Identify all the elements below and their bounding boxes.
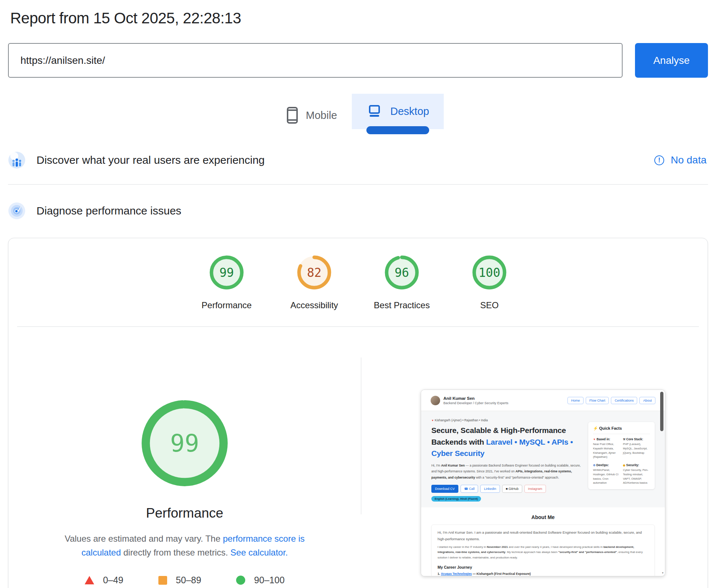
analyse-button[interactable]: Analyse bbox=[635, 43, 708, 78]
preview-intro: Hi, I'm Anil Kumar Sen — a passionate Ba… bbox=[431, 463, 582, 481]
accessibility-score: 82 bbox=[297, 255, 332, 290]
disclaimer-text-2: directly from these metrics. bbox=[121, 548, 230, 557]
preview-nav-about: About bbox=[639, 397, 655, 404]
no-data-label: No data bbox=[671, 154, 707, 166]
preview-location: ▼ Kishangarh (Ajmer) • Rajasthan • India bbox=[431, 418, 580, 422]
pin-icon: ▼ bbox=[431, 419, 434, 422]
preview-language-badge: English (Learning), Hindi (Fluent) bbox=[431, 496, 481, 502]
section-divider bbox=[8, 184, 708, 185]
legend-average: 50–89 bbox=[158, 575, 201, 585]
preview-nav-home: Home bbox=[567, 397, 584, 404]
crux-section-header: Discover what your real users are experi… bbox=[8, 151, 708, 169]
tab-mobile[interactable]: Mobile bbox=[272, 94, 351, 137]
red-triangle-marker bbox=[85, 576, 94, 584]
see-calculator-link[interactable]: See calculator. bbox=[230, 548, 288, 557]
green-circle-marker bbox=[236, 576, 245, 585]
active-tab-indicator bbox=[366, 126, 429, 134]
score-seo[interactable]: 100 SEO bbox=[455, 255, 524, 310]
preview-nav-certifications: Certifications bbox=[611, 397, 637, 404]
pin-icon: ▼ bbox=[593, 438, 596, 441]
fact-core-stack: ⚒ Core Stack: PHP (Laravel), MySQL, Java… bbox=[623, 437, 650, 459]
about-paragraph-2: I started my career in the IT industry i… bbox=[438, 545, 648, 560]
score-disclaimer: Values are estimated and may vary. The p… bbox=[44, 532, 325, 560]
preview-nav-flow-chart: Flow Chart bbox=[586, 397, 609, 404]
performance-label: Performance bbox=[201, 300, 251, 310]
accessibility-label: Accessibility bbox=[290, 300, 338, 310]
preview-linkedin-button: LinkedIn bbox=[480, 485, 500, 493]
orange-square-marker bbox=[158, 576, 167, 585]
diagnose-gauge-icon bbox=[8, 202, 26, 220]
disclaimer-text: Values are estimated and may vary. The bbox=[65, 534, 223, 543]
report-card: 99 Performance 82 Accessibility bbox=[8, 238, 708, 588]
preview-github-button: ■ GitHub bbox=[502, 485, 522, 493]
vertical-divider bbox=[361, 357, 361, 514]
lightning-icon: ⚡ bbox=[593, 426, 598, 430]
accessibility-gauge: 82 bbox=[297, 255, 332, 290]
score-best-practices[interactable]: 96 Best Practices bbox=[367, 255, 436, 310]
no-data-link[interactable]: ! No data bbox=[654, 154, 708, 166]
mobile-phone-icon bbox=[287, 107, 298, 124]
score-accessibility[interactable]: 82 Accessibility bbox=[280, 255, 349, 310]
tab-desktop-label: Desktop bbox=[390, 105, 429, 117]
best-practices-gauge: 96 bbox=[384, 255, 419, 290]
performance-gauge: 99 bbox=[209, 255, 244, 290]
best-practices-score: 96 bbox=[384, 255, 419, 290]
seo-score: 100 bbox=[472, 255, 507, 290]
big-performance-score: 99 bbox=[140, 398, 230, 488]
best-practices-label: Best Practices bbox=[374, 300, 430, 310]
score-performance[interactable]: 99 Performance bbox=[192, 255, 261, 310]
url-input[interactable] bbox=[8, 43, 623, 78]
search-bar: Analyse bbox=[8, 43, 708, 78]
legend-average-range: 50–89 bbox=[176, 575, 201, 585]
tab-desktop[interactable]: Desktop bbox=[352, 94, 444, 129]
seo-gauge: 100 bbox=[472, 255, 507, 290]
legend-pass-range: 90–100 bbox=[254, 575, 284, 585]
legend-fail: 0–49 bbox=[85, 575, 123, 585]
preview-scrollbar-thumb bbox=[660, 392, 663, 431]
fact-devops: ⚙ DevOps: WHM/cPanel, Hostinger, GitHub … bbox=[593, 463, 620, 485]
fact-security: ◉ Security: Cyber Security, Pen-Testing … bbox=[623, 463, 650, 485]
about-paragraph-1: Hi, I'm Anil Kumar Sen. I am a passionat… bbox=[438, 529, 648, 542]
performance-detail-area: 99 Performance Values are estimated and … bbox=[8, 327, 708, 585]
tab-mobile-label: Mobile bbox=[306, 109, 337, 121]
real-users-icon bbox=[8, 151, 26, 169]
legend-pass: 90–100 bbox=[236, 575, 284, 585]
performance-score: 99 bbox=[209, 255, 244, 290]
crux-section-title: Discover what your real users are experi… bbox=[36, 154, 265, 166]
final-screenshot-pane: Anil Kumar Sen Backend Developer / Cyber… bbox=[361, 327, 708, 585]
preview-about-section: About Me Hi, I'm Anil Kumar Sen. I am a … bbox=[421, 507, 665, 576]
seo-label: SEO bbox=[480, 300, 499, 310]
quick-facts-title: ⚡ Quick Facts bbox=[593, 426, 650, 431]
diagnose-section-header: Diagnose performance issues bbox=[8, 202, 708, 220]
preview-avatar bbox=[431, 396, 440, 405]
tools-icon: ⚒ bbox=[623, 438, 625, 441]
score-legend: 0–49 50–89 90–100 bbox=[85, 575, 285, 585]
desktop-laptop-icon bbox=[366, 105, 382, 118]
category-scores-row: 99 Performance 82 Accessibility bbox=[8, 238, 708, 310]
diagnose-section-title: Diagnose performance issues bbox=[36, 205, 181, 217]
about-me-title: About Me bbox=[431, 514, 655, 520]
career-item: 1. Xcugas Technologies — Kishangarh (Fir… bbox=[438, 572, 648, 576]
big-performance-gauge: 99 bbox=[140, 398, 230, 488]
site-screenshot-thumbnail: Anil Kumar Sen Backend Developer / Cyber… bbox=[421, 390, 665, 576]
preview-scrollbar-arrow: ▾ bbox=[662, 571, 663, 575]
preview-instagram-button: Instagram bbox=[524, 485, 546, 493]
career-journey-title: My Career Journey bbox=[438, 565, 648, 569]
fact-based-in: ▼ Based in: Near Post Office, Kayasth Mo… bbox=[593, 437, 620, 459]
preview-headline: Secure, Scalable & High-Performance Back… bbox=[431, 425, 576, 459]
preview-buttons: Download CV ☎ Call LinkedIn ■ GitHub Ins… bbox=[431, 485, 580, 493]
preview-download-cv-button: Download CV bbox=[431, 485, 458, 493]
gear-icon: ⚙ bbox=[593, 464, 596, 467]
preview-site-role: Backend Developer / Cyber Security Exper… bbox=[443, 401, 508, 405]
device-tabs: Mobile Desktop bbox=[8, 94, 708, 137]
preview-hero: ▼ Kishangarh (Ajmer) • Rajasthan • India… bbox=[421, 411, 665, 507]
performance-summary: 99 Performance Values are estimated and … bbox=[8, 327, 361, 585]
shield-icon: ◉ bbox=[623, 464, 625, 467]
preview-quick-facts-card: ⚡ Quick Facts ▼ Based in: Near Post Offi… bbox=[588, 422, 655, 489]
legend-fail-range: 0–49 bbox=[103, 575, 123, 585]
preview-nav: Home Flow Chart Certifications About bbox=[567, 397, 655, 404]
preview-site-header: Anil Kumar Sen Backend Developer / Cyber… bbox=[421, 390, 665, 411]
preview-call-button: ☎ Call bbox=[461, 485, 478, 493]
info-icon: ! bbox=[654, 155, 664, 165]
page-title: Report from 15 Oct 2025, 22:28:13 bbox=[10, 9, 708, 27]
